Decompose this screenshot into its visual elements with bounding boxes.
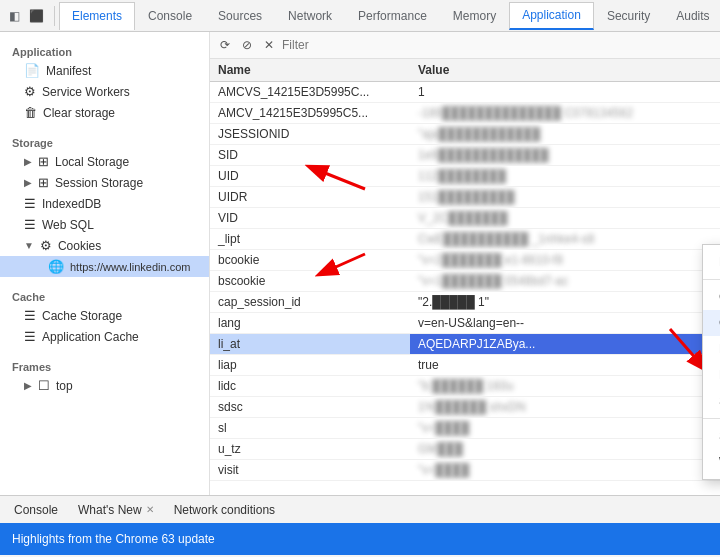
cell-value: 151█████████ (410, 187, 720, 208)
cell-value: 1%██████ shxDN (410, 397, 720, 418)
cell-name: bscookie (210, 271, 410, 292)
cell-value: V_2C███████ (410, 208, 720, 229)
dock-left-icon[interactable]: ◧ (4, 6, 24, 26)
ctx-cut[interactable]: Cut Ctrl+X (703, 284, 720, 310)
ctx-copy[interactable]: Copy Ctrl+C (703, 310, 720, 336)
main-layout: Application 📄 Manifest ⚙ Service Workers… (0, 32, 720, 495)
table-row[interactable]: _lipt CwE██████████ _1nhke4-s8 (210, 229, 720, 250)
bottom-tab-whats-new[interactable]: What's New ✕ (68, 499, 164, 521)
bottom-tab-network-conditions[interactable]: Network conditions (164, 499, 285, 521)
table-row[interactable]: lidc "b:██████ 160u (210, 376, 720, 397)
cell-name: SID (210, 145, 410, 166)
session-storage-arrow-icon: ▶ (24, 177, 32, 188)
ctx-select-all[interactable]: Select all Ctrl+A (703, 388, 720, 414)
cell-name: sdsc (210, 397, 410, 418)
cell-value: "2.█████ 1" (410, 292, 720, 313)
ctx-paste[interactable]: Paste Ctrl+V (703, 336, 720, 362)
cell-name: bcookie (210, 250, 410, 271)
table-row[interactable]: visit "v=████ (210, 460, 720, 481)
cell-name: UIDR (210, 187, 410, 208)
sidebar-item-service-workers[interactable]: ⚙ Service Workers (0, 81, 209, 102)
tab-console[interactable]: Console (135, 2, 205, 30)
ctx-spellcheck[interactable]: Spellcheck ▶ (703, 423, 720, 449)
filter-bar: ⟳ ⊘ ✕ (210, 32, 720, 59)
indexeddb-icon: ☰ (24, 196, 36, 211)
cell-value: true (410, 355, 720, 376)
sidebar-item-cache-storage[interactable]: ☰ Cache Storage (0, 305, 209, 326)
tab-elements[interactable]: Elements (59, 2, 135, 30)
clear-button[interactable]: ⊘ (238, 36, 256, 54)
tab-sources[interactable]: Sources (205, 2, 275, 30)
tab-network[interactable]: Network (275, 2, 345, 30)
tab-performance[interactable]: Performance (345, 2, 440, 30)
cell-value-li-at: AQEDARPJ1ZABya... (410, 334, 720, 355)
table-row[interactable]: liap true (210, 355, 720, 376)
cell-value: "aja████████████ (410, 124, 720, 145)
table-row[interactable]: u_tz GM███ (210, 439, 720, 460)
local-storage-arrow-icon: ▶ (24, 156, 32, 167)
table-row[interactable]: sl "v=████ (210, 418, 720, 439)
tab-memory[interactable]: Memory (440, 2, 509, 30)
dock-bottom-icon[interactable]: ⬛ (26, 6, 46, 26)
sidebar-item-cookies[interactable]: ▼ ⚙ Cookies (0, 235, 209, 256)
close-whats-new-icon[interactable]: ✕ (146, 504, 154, 515)
cell-name: UID (210, 166, 410, 187)
sidebar-item-session-storage[interactable]: ▶ ⊞ Session Storage (0, 172, 209, 193)
filter-input[interactable] (282, 38, 714, 52)
tab-application[interactable]: Application (509, 2, 594, 30)
cell-value: -189██████████████ C078134562 (410, 103, 720, 124)
ctx-refresh[interactable]: Refresh (703, 249, 720, 275)
frames-top-icon: ☐ (38, 378, 50, 393)
delete-button[interactable]: ✕ (260, 36, 278, 54)
table-row[interactable]: UID 112████████ (210, 166, 720, 187)
devtools-toolbar: ◧ ⬛ Elements Console Sources Network Per… (0, 0, 720, 32)
bottom-tab-console[interactable]: Console (4, 499, 68, 521)
ctx-divider-1 (703, 279, 720, 280)
frames-top-arrow-icon: ▶ (24, 380, 32, 391)
sidebar: Application 📄 Manifest ⚙ Service Workers… (0, 32, 210, 495)
table-row[interactable]: AMCV_14215E3D5995C5... -189█████████████… (210, 103, 720, 124)
cell-name-li-at: li_at (210, 334, 410, 355)
table-row[interactable]: bcookie "v=2███████ e1-8610-f8 (210, 250, 720, 271)
table-row[interactable]: lang v=en-US&lang=en-- (210, 313, 720, 334)
sidebar-item-local-storage[interactable]: ▶ ⊞ Local Storage (0, 151, 209, 172)
main-content: ⟳ ⊘ ✕ Name Value AMCVS_14215E3D5995C... … (210, 32, 720, 495)
ctx-paste-plain[interactable]: Paste as plain text Ctrl+Shift+V (703, 362, 720, 388)
col-header-name: Name (210, 59, 410, 82)
service-workers-icon: ⚙ (24, 84, 36, 99)
cell-value: GM███ (410, 439, 720, 460)
table-row[interactable]: sdsc 1%██████ shxDN (210, 397, 720, 418)
application-cache-icon: ☰ (24, 329, 36, 344)
table-row[interactable]: JSESSIONID "aja████████████ (210, 124, 720, 145)
cell-value: 112████████ (410, 166, 720, 187)
manifest-icon: 📄 (24, 63, 40, 78)
table-row[interactable]: AMCVS_14215E3D5995C... 1 (210, 82, 720, 103)
cell-name: liap (210, 355, 410, 376)
table-row-li-at[interactable]: li_at AQEDARPJ1ZABya... (210, 334, 720, 355)
sidebar-item-indexeddb[interactable]: ☰ IndexedDB (0, 193, 209, 214)
sidebar-item-application-cache[interactable]: ☰ Application Cache (0, 326, 209, 347)
sidebar-item-frames-top[interactable]: ▶ ☐ top (0, 375, 209, 396)
cookies-icon: ⚙ (40, 238, 52, 253)
clear-storage-icon: 🗑 (24, 105, 37, 120)
sidebar-item-manifest[interactable]: 📄 Manifest (0, 60, 209, 81)
sidebar-item-clear-storage[interactable]: 🗑 Clear storage (0, 102, 209, 123)
status-text: Highlights from the Chrome 63 update (12, 532, 215, 546)
table-row[interactable]: UIDR 151█████████ (210, 187, 720, 208)
tab-security[interactable]: Security (594, 2, 663, 30)
section-title-application: Application (0, 40, 209, 60)
cookies-table: Name Value AMCVS_14215E3D5995C... 1 AMCV… (210, 59, 720, 481)
cell-value: "v=2███████ e1-8610-f8 (410, 250, 720, 271)
table-row[interactable]: cap_session_id "2.█████ 1" (210, 292, 720, 313)
table-row[interactable]: bscookie "v=1███████ 0548bd7-ac (210, 271, 720, 292)
refresh-button[interactable]: ⟳ (216, 36, 234, 54)
local-storage-icon: ⊞ (38, 154, 49, 169)
sidebar-item-linkedin[interactable]: 🌐 https://www.linkedin.com (0, 256, 209, 277)
cell-name: u_tz (210, 439, 410, 460)
sidebar-item-web-sql[interactable]: ☰ Web SQL (0, 214, 209, 235)
ctx-writing-direction[interactable]: Writing Direction ▶ (703, 449, 720, 475)
tab-audits[interactable]: Audits (663, 2, 720, 30)
table-row[interactable]: SID 1e9█████████████ (210, 145, 720, 166)
context-menu: Refresh Cut Ctrl+X Copy Ctrl+C Paste Ctr… (702, 244, 720, 480)
table-row[interactable]: VID V_2C███████ (210, 208, 720, 229)
